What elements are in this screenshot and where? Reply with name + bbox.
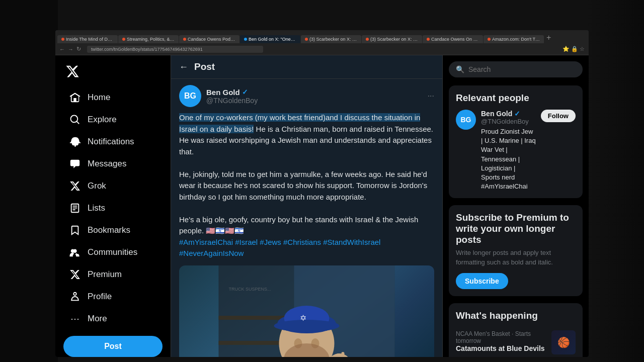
tweet-author-handle: @TNGoldenBoy [206,97,423,105]
tab-4-active[interactable]: Ben Gold on X: "One of my ... [240,35,300,43]
nav-bookmarks[interactable]: Bookmarks [59,220,167,241]
premium-description: Write longer posts and apply text format… [456,248,576,266]
twitter-layout: Home Explore Notifications Messages [55,55,589,357]
browser-window: Inside The Mind of Destiny - T... Stream… [55,30,589,357]
communities-icon [69,247,80,258]
relevant-people-title: Relevant people [456,93,576,104]
twitter-logo[interactable] [55,60,171,86]
nav-communities[interactable]: Communities [59,242,167,263]
nav-home[interactable]: Home [59,87,167,108]
premium-icon [69,269,80,280]
tweet-author-name: Ben Gold ✓ [206,88,423,97]
tweet-container: BG Ben Gold ✓ @TNGoldenBoy ··· One of my… [171,79,442,357]
url-bar[interactable]: twitter.com/tnGoldenBoy/status/177546749… [87,46,263,53]
more-icon: ⋯ [69,313,80,324]
nav-profile[interactable]: Profile [59,286,167,307]
relevant-person-avatar[interactable]: BG [456,110,476,130]
svg-rect-17 [342,352,345,357]
post-header: ← Post [171,55,442,79]
search-icon: 🔍 [456,65,464,73]
post-button[interactable]: Post [63,336,163,357]
nav-premium[interactable]: Premium [59,264,167,285]
nav-bookmarks-label: Bookmarks [88,225,130,235]
svg-text:TRUCK SUSPENS...: TRUCK SUSPENS... [229,287,271,292]
reload-button[interactable]: ↻ [76,46,81,52]
lists-icon [69,203,80,214]
nav-more-label: More [88,314,107,324]
tab-5[interactable]: (3) Scarbecker on X: Tyler Hil... [301,35,361,43]
messages-icon [69,158,80,169]
tweet-text: One of my co-workers (my work best frien… [179,112,434,259]
nav-lists[interactable]: Lists [59,198,167,219]
search-input[interactable] [468,65,576,73]
profile-icon [69,291,80,302]
tweet-hashtags[interactable]: #AmYisraelChai #Israel #Jews #Christians… [179,238,380,258]
search-box[interactable]: 🔍 [449,61,583,77]
tweet-image: ✡ [179,265,434,357]
nav-communities-label: Communities [88,247,137,257]
grok-icon [69,180,80,192]
rp-bio: Proud Zionist Jew | U.S. Marine | Iraq W… [481,127,536,191]
main-content: ← Post BG Ben Gold ✓ @TNGoldenBoy ··· [171,55,443,357]
nav-more[interactable]: ⋯ More [59,308,167,329]
nav-home-label: Home [88,93,110,103]
trend-item-0[interactable]: NCAA Men's Basket · Starts tomorrow Cata… [456,326,576,357]
forward-button[interactable]: → [68,46,73,52]
svg-point-9 [274,320,340,332]
nav-explore[interactable]: Explore [59,109,167,130]
premium-title: Subscribe to Premium to write your own l… [456,212,576,245]
tab-7[interactable]: Candace Owens On Black Am... [423,35,483,43]
nav-explore-label: Explore [88,115,117,125]
notifications-icon [69,136,80,147]
post-page-title: Post [194,61,215,72]
tweet-author-avatar[interactable]: BG [179,85,201,107]
right-sidebar: 🔍 Relevant people BG Ben Gold ✓ @TNGolde… [443,55,589,357]
premium-widget: Subscribe to Premium to write your own l… [449,205,583,296]
tweet-author-row: BG Ben Gold ✓ @TNGoldenBoy ··· [179,85,434,107]
tab-3[interactable]: Candace Owens Podcast - T... [179,35,239,43]
left-sidebar: Home Explore Notifications Messages [55,55,171,357]
subscribe-button[interactable]: Subscribe [456,273,508,289]
nav-messages[interactable]: Messages [59,153,167,174]
nav-lists-label: Lists [88,203,105,213]
trend-0-category: NCAA Men's Basket · Starts tomorrow [456,330,547,344]
rp-verified: ✓ [514,110,520,118]
tab-1[interactable]: Inside The Mind of Destiny - T... [57,35,118,43]
back-arrow[interactable]: ← [179,62,188,72]
back-button[interactable]: ← [59,46,65,52]
relevant-person: BG Ben Gold ✓ @TNGoldenBoy Proud Zionist… [456,110,576,191]
verified-badge: ✓ [242,88,248,96]
home-icon [69,92,80,103]
tab-8[interactable]: Amazon.com: Don't Turn Tha... [484,35,544,43]
browser-nav-bar: ← → ↻ twitter.com/tnGoldenBoy/status/177… [55,43,589,55]
svg-rect-16 [337,353,340,357]
trend-0-image: 🏀 [551,330,576,354]
whats-happening-widget: What's happening NCAA Men's Basket · Sta… [449,303,583,357]
tab-2[interactable]: Streaming, Politics, & Philoso... [118,35,179,43]
nav-profile-label: Profile [88,292,112,302]
nav-grok-label: Grok [88,181,106,191]
nav-grok[interactable]: Grok [59,175,167,197]
nav-notifications[interactable]: Notifications [59,131,167,152]
relevant-people-widget: Relevant people BG Ben Gold ✓ @TNGoldenB… [449,85,583,198]
trend-0-name: Catamounts at Blue Devils [456,344,547,352]
follow-button[interactable]: Follow [541,110,576,122]
nav-notifications-label: Notifications [88,137,134,147]
svg-text:✡: ✡ [300,314,306,322]
tweet-more-button[interactable]: ··· [428,92,434,101]
nav-premium-label: Premium [88,269,122,280]
new-tab-button[interactable]: + [544,32,553,43]
tab-bar: Inside The Mind of Destiny - T... Stream… [55,30,589,43]
nav-messages-label: Messages [88,159,126,169]
rp-handle: @TNGoldenBoy [481,118,536,125]
bookmarks-icon [69,225,80,236]
tab-6[interactable]: (3) Scarbecker on X: "There's a... [362,35,422,43]
explore-icon [69,114,80,125]
whats-happening-title: What's happening [456,310,576,321]
